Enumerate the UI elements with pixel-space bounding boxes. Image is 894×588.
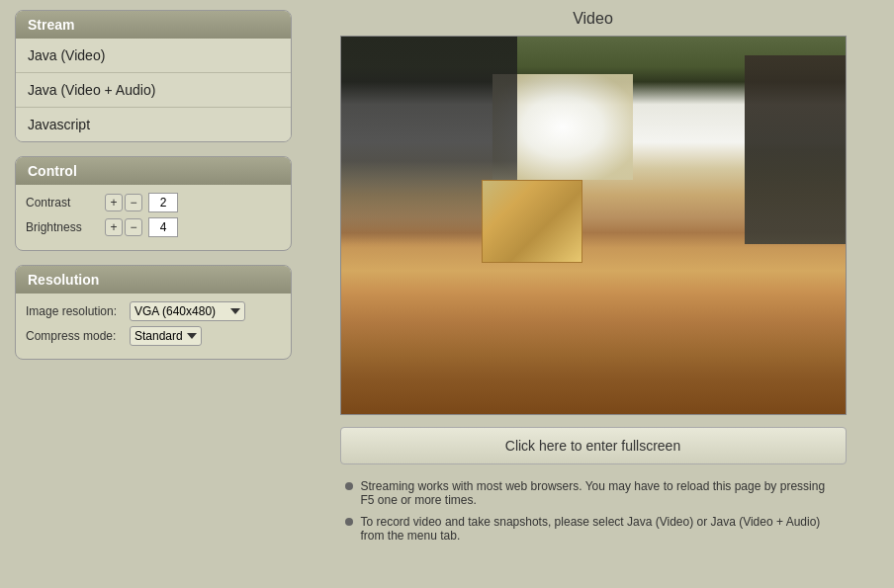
brightness-value-input[interactable] [148,217,178,237]
contrast-row: Contrast + − [26,193,281,212]
contrast-buttons: + − [105,194,142,211]
brightness-label: Brightness [26,220,105,234]
info-text-2: To record video and take snapshots, plea… [361,515,842,543]
contrast-value-input[interactable] [148,193,178,212]
brightness-row: Brightness + − [26,217,281,237]
contrast-label: Contrast [26,196,105,210]
stream-item-javascript[interactable]: Javascript [16,108,291,141]
info-item-1: Streaming works with most web browsers. … [345,479,842,507]
bullet-icon-2 [345,518,353,526]
contrast-minus-button[interactable]: − [125,194,142,211]
stream-item-java-video-audio[interactable]: Java (Video + Audio) [16,73,291,108]
camera-scene [341,37,846,414]
brightness-buttons: + − [105,218,142,236]
stream-panel: Stream Java (Video) Java (Video + Audio)… [15,10,292,142]
resolution-panel: Resolution Image resolution: VGA (640x48… [15,265,292,360]
compress-mode-label: Compress mode: [26,329,130,343]
main-content: Video Click here to enter fullscreen Str… [307,10,879,550]
scene-right-object [745,55,846,244]
image-resolution-row: Image resolution: VGA (640x480) QVGA (32… [26,301,281,321]
scene-box [482,180,582,263]
brightness-plus-button[interactable]: + [105,218,123,236]
control-body: Contrast + − Brightness + − [16,185,291,250]
video-frame [340,36,847,415]
image-resolution-select[interactable]: VGA (640x480) QVGA (320x240) SVGA (800x6… [130,301,245,321]
sidebar: Stream Java (Video) Java (Video + Audio)… [15,10,292,550]
bullet-icon-1 [345,482,353,490]
info-item-2: To record video and take snapshots, plea… [345,515,842,543]
resolution-body: Image resolution: VGA (640x480) QVGA (32… [16,294,291,359]
compress-mode-select[interactable]: Standard High Low [130,326,202,346]
compress-mode-row: Compress mode: Standard High Low [26,326,281,346]
image-resolution-label: Image resolution: [26,304,130,318]
brightness-minus-button[interactable]: − [125,218,142,236]
video-title: Video [307,10,879,28]
info-text-1: Streaming works with most web browsers. … [361,479,842,507]
info-section: Streaming works with most web browsers. … [340,479,847,550]
stream-panel-header: Stream [16,11,291,39]
control-panel: Control Contrast + − Brightness + [15,156,292,251]
resolution-panel-header: Resolution [16,266,291,294]
stream-item-java-video[interactable]: Java (Video) [16,39,291,73]
fullscreen-button[interactable]: Click here to enter fullscreen [340,427,847,464]
contrast-plus-button[interactable]: + [105,194,123,211]
control-panel-header: Control [16,157,291,185]
